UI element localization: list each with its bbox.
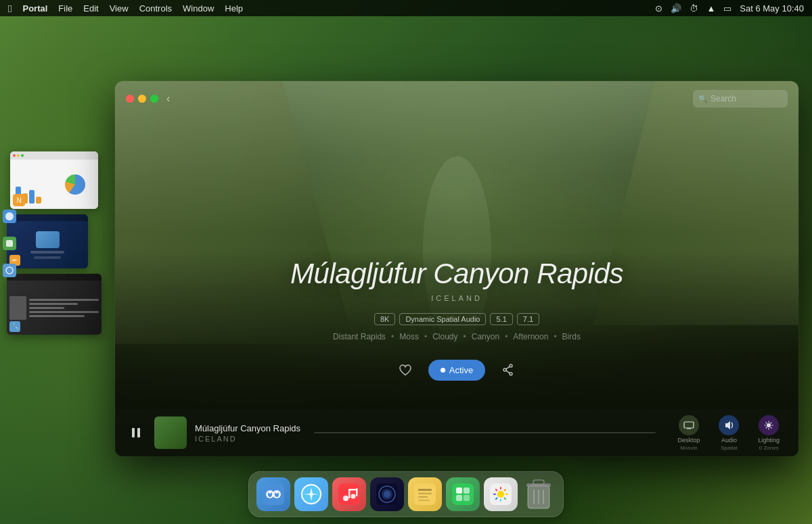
dock-eclipse[interactable] — [370, 477, 404, 511]
dock-photos[interactable] — [484, 477, 518, 511]
tag-moss: Moss — [399, 332, 419, 341]
svg-point-28 — [275, 491, 278, 494]
content-actions: Active — [393, 358, 520, 382]
tag-canyon: Canyon — [472, 332, 499, 341]
svg-line-21 — [766, 427, 767, 428]
siri-icon[interactable]: ⊙ — [655, 3, 662, 14]
tag-afternoon: Afternoon — [513, 332, 548, 341]
audio-icon — [719, 415, 739, 435]
side-window-3[interactable]: 🔧 — [7, 274, 102, 335]
svg-point-34 — [351, 494, 356, 499]
portal-window: ‹ 🔍 Search Múlagljúfur Canyon Rapids Ice… — [115, 81, 798, 456]
search-bar[interactable]: 🔍 Search — [693, 90, 788, 108]
svg-rect-43 — [418, 489, 432, 491]
active-button[interactable]: Active — [428, 360, 485, 381]
audio-label: Audio — [721, 437, 737, 444]
svg-rect-56 — [505, 494, 508, 495]
close-button[interactable] — [126, 95, 134, 103]
menubar-file[interactable]: File — [58, 3, 72, 14]
lighting-label: Lighting — [758, 437, 780, 444]
svg-rect-48 — [456, 487, 462, 494]
desktop-control-button[interactable]: Desktop Mosvin — [669, 411, 708, 455]
menubar-view[interactable]: View — [110, 3, 129, 14]
side-window-1[interactable]: N — [10, 151, 98, 209]
dock-numbers[interactable] — [446, 477, 480, 511]
tag-dot-2: • — [424, 332, 427, 341]
apple-menu-icon[interactable]:  — [8, 3, 12, 14]
menubar-datetime: Sat 6 May 10:40 — [740, 3, 804, 14]
now-playing-location: Iceland — [195, 435, 300, 443]
left-icon-tool[interactable] — [3, 264, 16, 277]
maximize-button[interactable] — [150, 95, 158, 103]
menubar:  Portal File Edit View Controls Window … — [0, 0, 812, 16]
dock-finder[interactable] — [256, 477, 290, 511]
tag-dot-5: • — [554, 332, 556, 341]
side-window-2[interactable]: ✏ — [7, 214, 88, 268]
wifi-icon[interactable]: ▲ — [706, 3, 715, 14]
svg-line-6 — [506, 366, 510, 369]
svg-point-5 — [503, 368, 506, 371]
svg-point-4 — [510, 373, 512, 375]
share-button[interactable] — [496, 358, 520, 382]
window-content: Múlagljúfur Canyon Rapids Iceland 8K Dyn… — [115, 116, 798, 409]
menubar-help[interactable]: Help — [225, 3, 243, 14]
left-icon-finder[interactable] — [3, 210, 16, 223]
svg-rect-10 — [684, 422, 694, 428]
svg-line-7 — [506, 371, 510, 373]
dock — [248, 471, 564, 517]
lighting-control-button[interactable]: Lighting 0 Zones — [750, 411, 788, 455]
svg-point-2 — [6, 267, 13, 274]
search-placeholder-text: Search — [710, 94, 736, 103]
svg-rect-50 — [456, 495, 462, 501]
dock-music[interactable] — [332, 477, 366, 511]
menubar-edit[interactable]: Edit — [83, 3, 98, 14]
svg-line-19 — [771, 427, 771, 428]
dock-trash[interactable] — [522, 477, 556, 511]
minimize-button[interactable] — [138, 95, 146, 103]
menubar-controls[interactable]: Controls — [139, 3, 172, 14]
svg-line-20 — [771, 422, 771, 423]
volume-icon[interactable]: 🔊 — [671, 3, 681, 14]
svg-rect-11 — [687, 428, 691, 429]
menubar-window[interactable]: Window — [183, 3, 214, 14]
menubar-app-name[interactable]: Portal — [22, 3, 47, 14]
svg-point-33 — [343, 496, 348, 501]
left-edge-icons — [0, 16, 19, 470]
now-playing-title: Múlagljúfur Canyon Rapids — [195, 423, 300, 433]
left-icon-app[interactable] — [3, 237, 16, 250]
pause-button[interactable] — [126, 423, 146, 443]
svg-rect-8 — [132, 428, 135, 437]
badge-spatial-audio: Dynamic Spatial Audio — [399, 313, 486, 325]
svg-rect-58 — [500, 499, 501, 502]
desktop-label: Desktop — [677, 437, 700, 444]
badge-71: 7.1 — [517, 313, 539, 325]
window-controls — [126, 95, 158, 103]
svg-marker-12 — [725, 421, 730, 429]
badge-51: 5.1 — [490, 313, 512, 325]
dock-notes[interactable] — [408, 477, 442, 511]
svg-point-41 — [384, 491, 390, 498]
audio-control-button[interactable]: Audio Spatial — [710, 411, 747, 455]
content-badges: 8K Dynamic Spatial Audio 5.1 7.1 — [374, 313, 539, 325]
battery-icon[interactable]: ▭ — [723, 3, 731, 14]
clock-icon[interactable]: ⏱ — [690, 3, 698, 14]
tag-rapids: Distant Rapids — [333, 332, 386, 341]
content-tags: Distant Rapids • Moss • Cloudy • Canyon … — [333, 332, 581, 341]
badge-8k: 8K — [374, 313, 395, 325]
dock-safari[interactable] — [294, 477, 328, 511]
lighting-icon — [759, 415, 779, 435]
back-button[interactable]: ‹ — [166, 93, 170, 105]
svg-rect-44 — [418, 493, 432, 494]
svg-point-13 — [767, 423, 771, 427]
svg-rect-47 — [452, 483, 474, 505]
active-indicator — [441, 368, 445, 373]
desktop-icon — [679, 415, 699, 435]
tag-dot-3: • — [464, 332, 466, 341]
progress-bar[interactable] — [314, 432, 656, 433]
tag-cloudy: Cloudy — [432, 332, 457, 341]
svg-rect-49 — [464, 487, 470, 494]
svg-rect-51 — [464, 495, 470, 501]
now-playing-thumbnail — [154, 416, 187, 449]
svg-rect-37 — [348, 489, 358, 491]
favorite-button[interactable] — [393, 358, 418, 382]
